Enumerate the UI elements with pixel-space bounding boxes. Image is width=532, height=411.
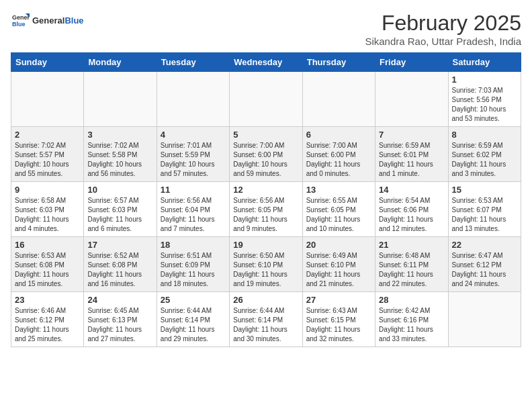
day-number: 8 <box>452 130 517 140</box>
day-number: 10 <box>87 185 152 195</box>
calendar-cell: 1Sunrise: 7:03 AM Sunset: 5:56 PM Daylig… <box>448 72 521 127</box>
calendar-cell: 7Sunrise: 6:59 AM Sunset: 6:01 PM Daylig… <box>375 127 448 182</box>
calendar-cell: 13Sunrise: 6:55 AM Sunset: 6:05 PM Dayli… <box>302 182 375 237</box>
day-info: Sunrise: 6:55 AM Sunset: 6:05 PM Dayligh… <box>306 196 371 234</box>
day-info: Sunrise: 7:01 AM Sunset: 5:59 PM Dayligh… <box>161 141 226 179</box>
day-info: Sunrise: 6:43 AM Sunset: 6:15 PM Dayligh… <box>306 306 371 344</box>
day-number: 15 <box>452 185 517 195</box>
day-info: Sunrise: 6:48 AM Sunset: 6:11 PM Dayligh… <box>379 251 444 289</box>
calendar-cell: 22Sunrise: 6:47 AM Sunset: 6:12 PM Dayli… <box>448 237 521 292</box>
day-number: 20 <box>306 240 371 250</box>
weekday-header-sunday: Sunday <box>11 53 84 72</box>
day-info: Sunrise: 7:00 AM Sunset: 6:00 PM Dayligh… <box>233 141 298 179</box>
day-info: Sunrise: 6:56 AM Sunset: 6:05 PM Dayligh… <box>233 196 298 234</box>
calendar-cell: 28Sunrise: 6:42 AM Sunset: 6:16 PM Dayli… <box>375 292 448 347</box>
logo-blue-text: Blue <box>64 15 83 26</box>
calendar-cell: 11Sunrise: 6:56 AM Sunset: 6:04 PM Dayli… <box>157 182 229 237</box>
day-number: 4 <box>161 130 226 140</box>
calendar-cell: 12Sunrise: 6:56 AM Sunset: 6:05 PM Dayli… <box>230 182 302 237</box>
day-info: Sunrise: 6:42 AM Sunset: 6:16 PM Dayligh… <box>379 306 444 344</box>
calendar-cell: 25Sunrise: 6:44 AM Sunset: 6:14 PM Dayli… <box>157 292 229 347</box>
day-number: 14 <box>379 185 444 195</box>
day-info: Sunrise: 6:53 AM Sunset: 6:07 PM Dayligh… <box>452 196 517 234</box>
logo-general-text: General <box>32 15 64 26</box>
day-info: Sunrise: 7:00 AM Sunset: 6:00 PM Dayligh… <box>306 141 371 179</box>
calendar-cell: 6Sunrise: 7:00 AM Sunset: 6:00 PM Daylig… <box>302 127 375 182</box>
calendar-cell: 3Sunrise: 7:02 AM Sunset: 5:58 PM Daylig… <box>84 127 157 182</box>
weekday-header-monday: Monday <box>84 53 157 72</box>
calendar-cell <box>84 72 157 127</box>
calendar-cell: 27Sunrise: 6:43 AM Sunset: 6:15 PM Dayli… <box>302 292 375 347</box>
svg-text:Blue: Blue <box>12 21 26 28</box>
day-number: 22 <box>452 240 517 250</box>
calendar-cell <box>11 72 84 127</box>
day-number: 21 <box>379 240 444 250</box>
calendar-cell <box>375 72 448 127</box>
calendar-cell: 15Sunrise: 6:53 AM Sunset: 6:07 PM Dayli… <box>448 182 521 237</box>
day-info: Sunrise: 6:57 AM Sunset: 6:03 PM Dayligh… <box>87 196 152 234</box>
title-block: February 2025 Sikandra Rao, Uttar Prades… <box>365 11 521 47</box>
day-number: 5 <box>233 130 298 140</box>
weekday-header-wednesday: Wednesday <box>230 53 302 72</box>
calendar-header-row: SundayMondayTuesdayWednesdayThursdayFrid… <box>11 53 521 72</box>
day-info: Sunrise: 7:02 AM Sunset: 5:57 PM Dayligh… <box>15 141 80 179</box>
svg-text:General: General <box>12 14 30 21</box>
logo-icon: General Blue <box>11 11 30 30</box>
day-info: Sunrise: 6:50 AM Sunset: 6:10 PM Dayligh… <box>233 251 298 289</box>
calendar-cell: 20Sunrise: 6:49 AM Sunset: 6:10 PM Dayli… <box>302 237 375 292</box>
calendar-cell: 24Sunrise: 6:45 AM Sunset: 6:13 PM Dayli… <box>84 292 157 347</box>
day-info: Sunrise: 6:58 AM Sunset: 6:03 PM Dayligh… <box>15 196 80 234</box>
day-info: Sunrise: 7:02 AM Sunset: 5:58 PM Dayligh… <box>87 141 152 179</box>
day-number: 7 <box>379 130 444 140</box>
day-info: Sunrise: 6:51 AM Sunset: 6:09 PM Dayligh… <box>161 251 226 289</box>
calendar-cell: 5Sunrise: 7:00 AM Sunset: 6:00 PM Daylig… <box>230 127 302 182</box>
day-number: 16 <box>15 240 80 250</box>
day-info: Sunrise: 6:59 AM Sunset: 6:01 PM Dayligh… <box>379 141 444 179</box>
day-number: 6 <box>306 130 371 140</box>
calendar-cell: 4Sunrise: 7:01 AM Sunset: 5:59 PM Daylig… <box>157 127 229 182</box>
day-info: Sunrise: 6:52 AM Sunset: 6:08 PM Dayligh… <box>87 251 152 289</box>
calendar-cell: 21Sunrise: 6:48 AM Sunset: 6:11 PM Dayli… <box>375 237 448 292</box>
day-number: 2 <box>15 130 80 140</box>
month-title: February 2025 <box>365 11 521 36</box>
day-info: Sunrise: 7:03 AM Sunset: 5:56 PM Dayligh… <box>452 86 517 124</box>
location-text: Sikandra Rao, Uttar Pradesh, India <box>365 36 521 47</box>
calendar-cell <box>302 72 375 127</box>
day-number: 18 <box>161 240 226 250</box>
day-number: 3 <box>87 130 152 140</box>
calendar-cell: 17Sunrise: 6:52 AM Sunset: 6:08 PM Dayli… <box>84 237 157 292</box>
day-number: 12 <box>233 185 298 195</box>
calendar-week-row: 2Sunrise: 7:02 AM Sunset: 5:57 PM Daylig… <box>11 127 521 182</box>
calendar-cell: 26Sunrise: 6:44 AM Sunset: 6:14 PM Dayli… <box>230 292 302 347</box>
calendar-cell: 9Sunrise: 6:58 AM Sunset: 6:03 PM Daylig… <box>11 182 84 237</box>
logo: General Blue GeneralBlue <box>11 11 84 30</box>
calendar-week-row: 23Sunrise: 6:46 AM Sunset: 6:12 PM Dayli… <box>11 292 521 347</box>
day-info: Sunrise: 6:49 AM Sunset: 6:10 PM Dayligh… <box>306 251 371 289</box>
day-info: Sunrise: 6:59 AM Sunset: 6:02 PM Dayligh… <box>452 141 517 179</box>
day-number: 25 <box>161 295 226 305</box>
calendar-cell: 14Sunrise: 6:54 AM Sunset: 6:06 PM Dayli… <box>375 182 448 237</box>
day-number: 9 <box>15 185 80 195</box>
calendar-cell: 10Sunrise: 6:57 AM Sunset: 6:03 PM Dayli… <box>84 182 157 237</box>
day-number: 11 <box>161 185 226 195</box>
calendar-cell: 19Sunrise: 6:50 AM Sunset: 6:10 PM Dayli… <box>230 237 302 292</box>
day-number: 1 <box>452 75 517 85</box>
day-number: 13 <box>306 185 371 195</box>
calendar-cell: 2Sunrise: 7:02 AM Sunset: 5:57 PM Daylig… <box>11 127 84 182</box>
calendar-cell: 23Sunrise: 6:46 AM Sunset: 6:12 PM Dayli… <box>11 292 84 347</box>
weekday-header-saturday: Saturday <box>448 53 521 72</box>
calendar-cell <box>157 72 229 127</box>
calendar-cell <box>448 292 521 347</box>
calendar-week-row: 16Sunrise: 6:53 AM Sunset: 6:08 PM Dayli… <box>11 237 521 292</box>
day-info: Sunrise: 6:53 AM Sunset: 6:08 PM Dayligh… <box>15 251 80 289</box>
day-number: 28 <box>379 295 444 305</box>
page-header: General Blue GeneralBlue February 2025 S… <box>11 11 521 47</box>
day-info: Sunrise: 6:54 AM Sunset: 6:06 PM Dayligh… <box>379 196 444 234</box>
day-number: 17 <box>87 240 152 250</box>
weekday-header-thursday: Thursday <box>302 53 375 72</box>
day-info: Sunrise: 6:44 AM Sunset: 6:14 PM Dayligh… <box>233 306 298 344</box>
day-info: Sunrise: 6:44 AM Sunset: 6:14 PM Dayligh… <box>161 306 226 344</box>
day-info: Sunrise: 6:45 AM Sunset: 6:13 PM Dayligh… <box>87 306 152 344</box>
weekday-header-friday: Friday <box>375 53 448 72</box>
day-number: 27 <box>306 295 371 305</box>
